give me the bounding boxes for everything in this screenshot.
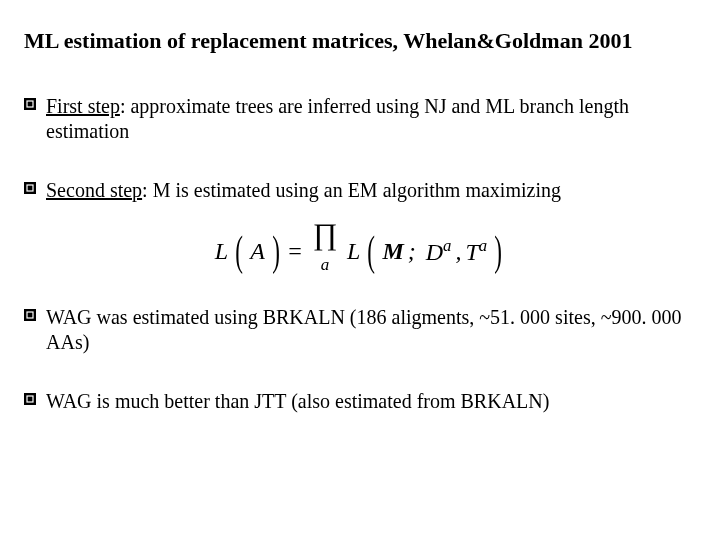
bullet-icon xyxy=(24,309,36,321)
step-label: Second step xyxy=(46,179,142,201)
bullet-wag-vs-jtt: WAG is much better than JTT (also estima… xyxy=(24,389,696,414)
formula-T: T xyxy=(465,239,478,265)
bullet-icon xyxy=(24,182,36,194)
bullet-icon xyxy=(24,98,36,110)
svg-rect-8 xyxy=(28,313,33,318)
bullet-text: WAG was estimated using BRKALN (186 alig… xyxy=(46,306,681,353)
formula: L ( A ) = ∏ a L ( M ; Da , Ta ) xyxy=(24,227,696,275)
formula-M: M xyxy=(382,238,403,264)
bullet-text: : M is estimated using an EM algorithm m… xyxy=(142,179,561,201)
formula-L: L xyxy=(215,238,228,264)
slide-title: ML estimation of replacement matrices, W… xyxy=(24,28,696,54)
svg-rect-2 xyxy=(28,102,33,107)
formula-L2: L xyxy=(347,238,360,264)
bullet-first-step: First step: approximate trees are inferr… xyxy=(24,94,696,144)
bullet-second-step: Second step: M is estimated using an EM … xyxy=(24,178,696,203)
bullet-text: WAG is much better than JTT (also estima… xyxy=(46,390,549,412)
step-label: First step xyxy=(46,95,120,117)
formula-comma: , xyxy=(455,238,461,264)
product-icon: ∏ a xyxy=(307,227,343,275)
svg-rect-11 xyxy=(28,397,33,402)
bullet-text: : approximate trees are inferred using N… xyxy=(46,95,629,142)
svg-rect-5 xyxy=(28,186,33,191)
formula-equals: = xyxy=(287,238,303,264)
bullet-wag-dataset: WAG was estimated using BRKALN (186 alig… xyxy=(24,305,696,355)
formula-A: A xyxy=(250,238,265,264)
formula-semicolon: ; xyxy=(408,238,416,264)
slide: ML estimation of replacement matrices, W… xyxy=(0,0,720,414)
bullet-icon xyxy=(24,393,36,405)
formula-D: D xyxy=(426,239,443,265)
